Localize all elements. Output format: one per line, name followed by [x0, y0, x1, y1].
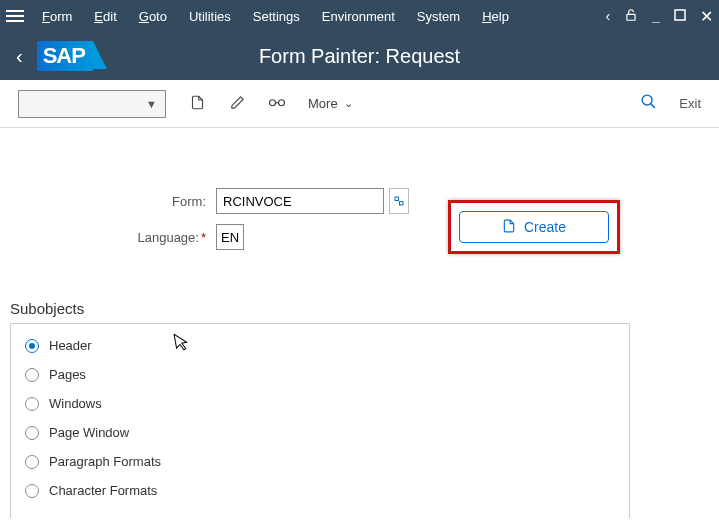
more-dropdown[interactable]: More ⌄ — [308, 96, 353, 111]
form-label: Form: — [10, 194, 210, 209]
radio-icon — [25, 339, 39, 353]
chevron-down-icon: ⌄ — [344, 97, 353, 110]
body: Form: Language:* Subobjects HeaderPagesW… — [0, 128, 719, 528]
language-input[interactable] — [216, 224, 244, 250]
radio-icon — [25, 426, 39, 440]
form-input[interactable] — [216, 188, 384, 214]
chevron-left-icon[interactable]: ‹ — [606, 8, 611, 24]
svg-line-5 — [651, 104, 655, 108]
subobjects-section: Subobjects HeaderPagesWindowsPage Window… — [10, 300, 709, 518]
svg-point-4 — [642, 95, 652, 105]
radio-label: Paragraph Formats — [49, 454, 161, 469]
radio-label: Page Window — [49, 425, 129, 440]
create-label: Create — [524, 219, 566, 235]
app-toolbar: ▼ More ⌄ Exit — [0, 80, 719, 128]
search-icon[interactable] — [640, 93, 657, 114]
radio-icon — [25, 484, 39, 498]
menu-system[interactable]: System — [407, 5, 470, 28]
chevron-down-icon: ▼ — [146, 98, 157, 110]
menu-settings[interactable]: Settings — [243, 5, 310, 28]
minimize-icon[interactable]: _ — [652, 8, 660, 24]
create-highlight-box: Create — [448, 200, 620, 254]
subobject-radio-header[interactable]: Header — [25, 338, 615, 353]
radio-icon — [25, 368, 39, 382]
svg-rect-6 — [395, 197, 399, 201]
radio-label: Windows — [49, 396, 102, 411]
page-title: Form Painter: Request — [259, 45, 460, 68]
menu-help[interactable]: Help — [472, 5, 519, 28]
radio-label: Pages — [49, 367, 86, 382]
menu-edit[interactable]: Edit — [84, 5, 126, 28]
window-controls: ‹ _ ✕ — [606, 7, 713, 26]
variant-select[interactable]: ▼ — [18, 90, 166, 118]
menu-environment[interactable]: Environment — [312, 5, 405, 28]
sap-logo: SAP — [37, 41, 93, 71]
subobject-radio-paragraph-formats[interactable]: Paragraph Formats — [25, 454, 615, 469]
radio-icon — [25, 397, 39, 411]
lock-icon[interactable] — [624, 8, 638, 25]
close-icon[interactable]: ✕ — [700, 7, 713, 26]
radio-label: Character Formats — [49, 483, 157, 498]
svg-rect-0 — [627, 14, 635, 20]
subobjects-title: Subobjects — [10, 300, 709, 317]
svg-point-3 — [279, 100, 285, 106]
language-label: Language:* — [10, 230, 210, 245]
radio-label: Header — [49, 338, 92, 353]
subobject-radio-page-window[interactable]: Page Window — [25, 425, 615, 440]
menu-utilities[interactable]: Utilities — [179, 5, 241, 28]
svg-point-2 — [270, 100, 276, 106]
subobject-radio-windows[interactable]: Windows — [25, 396, 615, 411]
hamburger-icon[interactable] — [6, 10, 24, 22]
radio-icon — [25, 455, 39, 469]
menu-bar: Form Edit Goto Utilities Settings Enviro… — [0, 0, 719, 32]
menu-goto[interactable]: Goto — [129, 5, 177, 28]
exit-button[interactable]: Exit — [679, 96, 701, 111]
svg-rect-1 — [675, 10, 685, 20]
subobject-radio-pages[interactable]: Pages — [25, 367, 615, 382]
document-icon — [502, 218, 516, 237]
document-icon[interactable] — [188, 94, 206, 114]
glasses-icon[interactable] — [268, 95, 286, 112]
menu-form[interactable]: Form — [32, 5, 82, 28]
back-icon[interactable]: ‹ — [16, 45, 23, 68]
subobjects-group: HeaderPagesWindowsPage WindowParagraph F… — [10, 323, 630, 518]
title-bar: ‹ SAP Form Painter: Request — [0, 32, 719, 80]
required-mark: * — [201, 230, 206, 245]
more-label: More — [308, 96, 338, 111]
pencil-icon[interactable] — [228, 95, 246, 113]
svg-rect-7 — [400, 202, 404, 206]
create-button[interactable]: Create — [459, 211, 609, 243]
f4-help-icon[interactable] — [389, 188, 409, 214]
subobject-radio-character-formats[interactable]: Character Formats — [25, 483, 615, 498]
maximize-icon[interactable] — [674, 8, 686, 24]
